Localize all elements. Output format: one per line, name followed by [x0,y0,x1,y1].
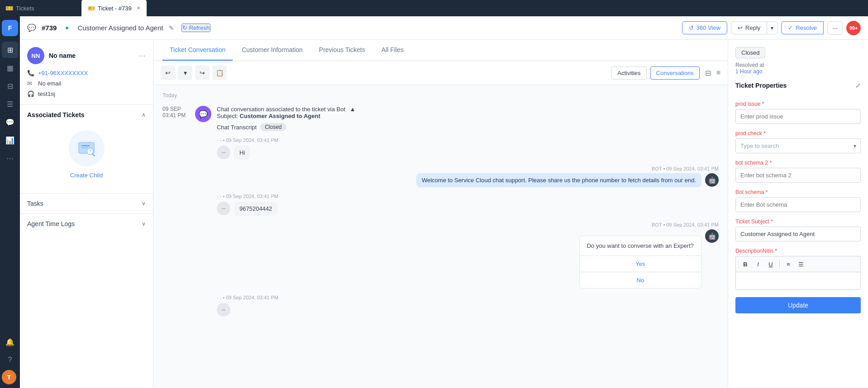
sidebar-item-more[interactable]: ⋯ [2,150,18,166]
chat-msg-1: - - • 09 Sep 2024, 03:41 PM -- Hi [217,137,719,160]
main-layout: F ⊞ ▦ ⊟ ☰ 💬 📊 ⋯ 🔔 ? T 💬 #739 Customer As… [0,16,868,388]
prod-check-field: prod check * Type to search ▾ [735,124,861,153]
chat-toggle-icon[interactable]: 💬 [27,24,36,32]
sidebar-item-grid[interactable]: ⊟ [2,78,18,94]
resolve-button[interactable]: ✓ Resolve [781,21,824,34]
notification-badge[interactable]: 99+ [846,21,861,35]
activities-button[interactable]: Activities [611,66,646,80]
bot-schema2-input[interactable] [735,168,861,183]
create-child-button[interactable]: Create Child [70,172,103,179]
more-options-button[interactable]: ··· [827,21,843,35]
description-area[interactable] [735,272,861,290]
chat-bubble-wrap-2: -- 9675204442 [217,202,719,216]
prod-issue-input[interactable] [735,109,861,124]
sidebar-user-avatar[interactable]: T [2,370,16,384]
expert-question: Do you want to converse with an Expert? [580,236,701,256]
sort-icon[interactable]: ≡ [716,69,720,77]
expert-no-button[interactable]: No [580,272,701,288]
expert-dialog: Do you want to converse with an Expert? … [579,236,701,289]
message-date: 09 SEP [162,106,190,112]
message-group-main: 09 SEP 03:41 PM 💬 Chat conversation asso… [162,106,719,317]
bot-schema-input[interactable] [735,197,861,212]
bot-avatar-1: 🤖 [705,173,719,187]
ticket-tab[interactable]: 🎫 Ticket - #739 × [81,0,147,16]
edit-icon[interactable]: ✎ [169,24,174,32]
resolved-at-label: Resolved at [735,62,861,68]
tab-previous-tickets[interactable]: Previous Tickets [312,40,372,61]
agent-time-logs-section: Agent Time Logs ∨ [20,213,153,234]
redo-button[interactable]: ↪ [195,66,210,80]
reply-dropdown-button[interactable]: ▾ [767,21,777,34]
app-logo: F [2,20,18,36]
undo-button[interactable]: ↩ [161,66,175,80]
agent-time-logs-header[interactable]: Agent Time Logs ∨ [20,214,153,234]
underline-button[interactable]: U [765,258,777,270]
conversation-area: Ticket Conversation Customer Information… [153,40,728,388]
user-avatar-2: -- [217,202,230,215]
tab-all-files[interactable]: All Files [374,40,411,61]
right-panel: Closed Resolved at 1 Hour ago Ticket Pro… [728,40,868,388]
ticket-subject-input[interactable] [735,227,861,241]
chat-bubble-user-2: 9675204442 [234,202,277,216]
tab-customer-information[interactable]: Customer Information [234,40,310,61]
sidebar-item-home[interactable]: ⊞ [2,42,18,58]
ticket-tab-label: Ticket - #739 [98,5,132,12]
expand-icon[interactable]: ▲ [350,106,356,113]
left-panel: NN No name ⋯ 📞 +91-96XXXXXXXX ✉ No email [20,40,153,388]
tab-ticket-conversation[interactable]: Ticket Conversation [162,40,233,61]
expand-icon[interactable]: ⤢ [855,82,861,89]
check-icon: ✓ [788,24,793,31]
ticket-subject-label: Ticket Subject * [735,218,861,225]
tab-close-icon[interactable]: × [137,5,140,11]
customer-phone[interactable]: +91-96XXXXXXXX [38,70,88,76]
chat-msg-bot-1: BOT • 09 Sep 2024, 03:41 PM Welcome to S… [217,166,719,187]
customer-headset-item: 🎧 test1sj [27,90,146,97]
top-bar-actions: ↺ 360 View ↩ Reply ▾ ✓ Resolve ··· [682,21,861,35]
associated-tickets-header[interactable]: Associated Tickets ∧ [20,105,153,123]
message-content: Chat conversation associated to the tick… [217,106,719,317]
chat-bubble-bot-wrap-2: Do you want to converse with an Expert? … [217,229,719,289]
sidebar-item-chat[interactable]: 💬 [2,114,18,130]
ticket-subject-field: Ticket Subject * [735,212,861,241]
sidebar-item-stats[interactable]: 📊 [2,132,18,148]
sidebar-item-tasks[interactable]: ☰ [2,96,18,112]
chat-msg-3: - - • 09 Sep 2024, 03:41 PM -- [217,295,719,317]
update-button[interactable]: Update [735,297,861,313]
expert-dialog-wrap: Do you want to converse with an Expert? … [579,229,701,289]
dropdown-button[interactable]: ▾ [178,66,192,80]
expert-yes-button[interactable]: Yes [580,256,701,272]
prod-check-select[interactable]: Type to search [735,138,861,153]
body-layout: NN No name ⋯ 📞 +91-96XXXXXXXX ✉ No email [20,40,868,388]
agent-time-logs-chevron: ∨ [142,221,146,227]
sidebar-item-chart[interactable]: ▦ [2,60,18,76]
reply-button[interactable]: ↩ Reply [731,21,767,34]
tasks-header[interactable]: Tasks ∨ [20,194,153,213]
prod-issue-label: prod issue * [735,101,861,107]
today-label: Today [162,92,719,99]
sidebar-item-bell[interactable]: 🔔 [2,334,18,350]
chat-transcript-header: Chat Transcript Closed [217,123,719,131]
bot-line-text: Chat conversation associated to the tick… [217,106,719,113]
phone-icon: 📞 [27,70,34,76]
italic-button[interactable]: I [752,258,764,270]
filter-icon[interactable]: ⊟ [705,69,711,77]
unordered-list-button[interactable]: ☰ [795,258,807,270]
customer-more-icon[interactable]: ⋯ [138,52,146,60]
refresh-button[interactable]: ↻ Refresh [181,24,211,32]
prod-check-select-wrap: Type to search ▾ [735,138,861,153]
bot-schema2-field: bot schema 2 * [735,153,861,183]
chat-msg-2: - - • 09 Sep 2024, 03:41 PM -- 967520444… [217,194,719,216]
description-label: DescriptionNitin * [735,248,861,254]
conversations-button[interactable]: Conversations [650,66,700,80]
bold-button[interactable]: B [739,258,751,270]
svg-rect-2 [81,147,88,148]
ordered-list-button[interactable]: ≡ [782,258,794,270]
ticket-props-header: Ticket Properties ⤢ [735,82,861,89]
btn-360-view[interactable]: ↺ 360 View [682,21,727,34]
clipboard-button[interactable]: 📋 [212,66,227,80]
sidebar-item-help[interactable]: ? [2,352,18,368]
app-tab[interactable]: 🎫 Tickets [0,5,81,12]
chat-bubble-user-1: Hi [234,146,250,160]
empty-illustration: ? Create Child [68,123,105,186]
closed-badge: Closed [260,123,286,131]
